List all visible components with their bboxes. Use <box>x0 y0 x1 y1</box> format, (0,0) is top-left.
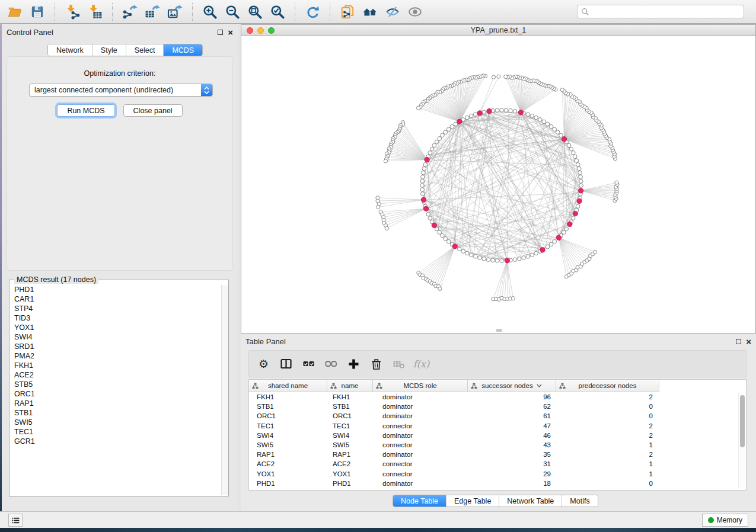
network-node[interactable] <box>446 239 451 243</box>
network-node[interactable] <box>465 116 470 120</box>
network-node[interactable] <box>469 114 473 118</box>
network-node[interactable] <box>444 237 448 241</box>
network-node[interactable] <box>457 247 461 251</box>
column-header-name[interactable]: name <box>327 380 373 392</box>
open-file-button[interactable] <box>4 2 26 22</box>
close-panel-button[interactable]: Close panel <box>123 104 183 117</box>
network-node[interactable] <box>430 147 434 151</box>
network-node[interactable] <box>441 233 445 238</box>
mcds-result-item[interactable]: STB5 <box>14 380 221 389</box>
network-node[interactable] <box>473 255 477 259</box>
network-node[interactable] <box>577 166 581 171</box>
network-node[interactable] <box>432 143 436 148</box>
table-row[interactable]: SWI5SWI5connector431 <box>249 440 746 450</box>
network-node[interactable] <box>534 116 538 120</box>
network-leaf-node[interactable] <box>438 287 442 290</box>
network-node[interactable] <box>421 192 425 196</box>
network-node[interactable] <box>573 155 577 159</box>
mcds-hub-node[interactable] <box>577 198 582 203</box>
network-leaf-node[interactable] <box>497 75 500 78</box>
mcds-hub-node[interactable] <box>567 222 572 226</box>
search-input[interactable] <box>592 8 740 16</box>
network-node[interactable] <box>530 114 534 118</box>
network-node[interactable] <box>421 175 425 179</box>
table-row[interactable]: ORC1ORC1dominator610 <box>249 411 746 421</box>
network-node[interactable] <box>576 163 580 167</box>
mcds-result-item[interactable]: TEC1 <box>14 427 221 437</box>
mcds-result-item[interactable]: YOX1 <box>14 323 221 332</box>
mcds-hub-node[interactable] <box>562 137 566 142</box>
network-node[interactable] <box>438 137 442 141</box>
function-builder-button[interactable]: f(x) <box>413 354 430 373</box>
mcds-hub-node[interactable] <box>518 110 523 115</box>
mcds-result-item[interactable]: ORC1 <box>14 389 221 399</box>
network-node[interactable] <box>526 113 530 117</box>
network-leaf-node[interactable] <box>492 75 495 79</box>
column-header-mcds_role[interactable]: MCDS role <box>373 380 468 392</box>
mcds-result-item[interactable]: SWI5 <box>14 418 221 427</box>
network-leaf-node[interactable] <box>560 88 564 92</box>
mcds-result-item[interactable]: RAP1 <box>14 399 221 408</box>
save-session-button[interactable] <box>26 2 49 22</box>
export-image-button[interactable] <box>164 2 186 22</box>
network-graph[interactable] <box>241 36 755 332</box>
mcds-hub-node[interactable] <box>432 223 436 227</box>
network-node[interactable] <box>500 259 504 263</box>
mcds-result-item[interactable]: STB1 <box>14 408 221 418</box>
tab-network[interactable]: Network <box>48 44 92 56</box>
import-network-button[interactable] <box>61 2 84 22</box>
network-node[interactable] <box>469 253 473 257</box>
network-node[interactable] <box>518 257 522 261</box>
network-node[interactable] <box>420 184 425 188</box>
network-node[interactable] <box>530 253 534 257</box>
network-view-canvas[interactable] <box>241 36 755 332</box>
delete-entry-button[interactable] <box>368 354 385 373</box>
network-node[interactable] <box>576 204 580 209</box>
network-node[interactable] <box>549 242 553 246</box>
mcds-hub-node[interactable] <box>578 188 583 193</box>
network-node[interactable] <box>567 143 571 148</box>
network-leaf-node[interactable] <box>384 159 387 163</box>
network-node[interactable] <box>465 251 470 255</box>
mcds-hub-node[interactable] <box>505 258 509 262</box>
table-settings-button[interactable]: ⚙ <box>255 354 272 373</box>
network-node[interactable] <box>509 108 513 113</box>
close-panel-icon[interactable]: × <box>746 337 751 346</box>
table-row[interactable]: PHD1PHD1dominator180 <box>249 479 746 488</box>
search-box[interactable] <box>577 5 744 18</box>
network-node[interactable] <box>482 110 486 114</box>
network-node[interactable] <box>559 133 563 137</box>
mcds-hub-node[interactable] <box>556 235 561 240</box>
network-node[interactable] <box>438 230 442 235</box>
network-node[interactable] <box>526 255 530 259</box>
network-node[interactable] <box>478 256 482 260</box>
table-row[interactable]: YOX1YOX1connector291 <box>249 469 746 479</box>
clear-table-button[interactable] <box>390 354 407 373</box>
network-leaf-node[interactable] <box>511 297 515 300</box>
network-leaf-node[interactable] <box>615 181 618 184</box>
network-node[interactable] <box>579 184 583 188</box>
network-node[interactable] <box>450 124 454 129</box>
mcds-result-item[interactable]: ACE2 <box>14 370 221 380</box>
mcds-result-item[interactable]: TID3 <box>14 313 221 323</box>
network-node[interactable] <box>522 256 526 260</box>
network-node[interactable] <box>495 259 499 263</box>
mcds-hub-node[interactable] <box>457 119 462 124</box>
network-node[interactable] <box>571 151 575 155</box>
mcds-hub-node[interactable] <box>452 244 457 249</box>
network-node[interactable] <box>549 124 553 129</box>
import-table-button[interactable] <box>84 2 106 22</box>
zoom-in-button[interactable] <box>199 2 221 22</box>
table-row[interactable]: STB1STB1dominator620 <box>249 402 746 411</box>
table-row[interactable]: FKH1FKH1dominator962 <box>249 392 746 402</box>
mcds-hub-node[interactable] <box>573 211 578 216</box>
close-panel-icon[interactable]: × <box>228 28 233 37</box>
network-node[interactable] <box>513 109 517 113</box>
network-node[interactable] <box>553 239 557 243</box>
mcds-result-item[interactable]: FKH1 <box>14 361 221 370</box>
network-node[interactable] <box>562 230 566 235</box>
tab-network-table[interactable]: Network Table <box>499 495 562 507</box>
mcds-result-item[interactable]: CAR1 <box>14 294 221 304</box>
show-graphics-details-button[interactable] <box>404 2 426 22</box>
network-node[interactable] <box>579 175 583 179</box>
